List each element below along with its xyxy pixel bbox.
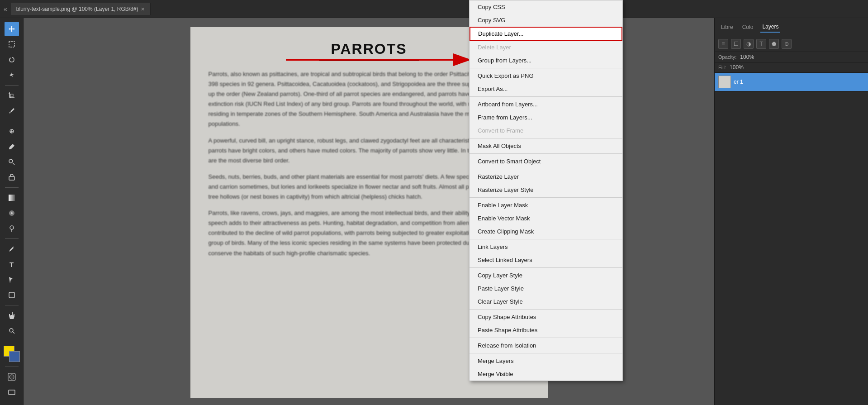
menu-item-rasterize-layer-style[interactable]: Rasterize Layer Style (470, 183, 622, 196)
top-bar: « blurry-text-sample.png @ 100% (Layer 1… (0, 0, 868, 18)
menu-item-export-as[interactable]: Export As... (470, 82, 622, 95)
svg-point-6 (9, 159, 13, 163)
left-toolbar: T (0, 18, 24, 405)
svg-rect-2 (10, 94, 13, 97)
layer-filter-kind-button[interactable]: ≡ (718, 39, 728, 49)
svg-point-10 (10, 226, 14, 229)
menu-item-frame-from-layers[interactable]: Frame from Layers... (470, 111, 622, 124)
menu-item-enable-layer-mask[interactable]: Enable Layer Mask (470, 199, 622, 212)
menu-separator (470, 239, 622, 239)
layer-thumbnail (718, 76, 731, 88)
rectangular-marquee-tool-button[interactable] (5, 37, 19, 52)
main-layout: T PARROTS (0, 18, 868, 405)
panel-tab-libre[interactable]: Libre (719, 22, 735, 32)
layer-filter-smart-button[interactable]: ⊙ (782, 39, 792, 49)
fill-label: Fill: (718, 65, 726, 70)
svg-point-9 (11, 212, 13, 214)
opacity-value[interactable]: 100% (740, 54, 754, 60)
menu-item-group-from-layers[interactable]: Group from Layers... (470, 54, 622, 67)
menu-item-artboard-from-layers[interactable]: Artboard from Layers... (470, 98, 622, 111)
menu-item-enable-vector-mask[interactable]: Enable Vector Mask (470, 212, 622, 225)
svg-rect-0 (9, 42, 14, 47)
layer-filter-type-button[interactable]: T (756, 39, 766, 49)
menu-item-copy-shape-attributes[interactable]: Copy Shape Attributes (470, 310, 622, 324)
ctx-menu-inner: Copy CSSCopy SVGDuplicate Layer...Delete… (470, 0, 622, 381)
screen-mode-button[interactable] (5, 385, 19, 400)
tab-close-button[interactable]: ✕ (141, 6, 145, 12)
crop-tool-button[interactable] (5, 88, 19, 103)
right-panel: Libre Colo Layers ≡ ☐ ◑ T ⬟ ⊙ Opacity: 1… (714, 18, 868, 405)
menu-separator (470, 197, 622, 198)
svg-rect-17 (9, 390, 15, 395)
menu-item-duplicate-layer[interactable]: Duplicate Layer... (470, 27, 622, 41)
eyedropper-tool-button[interactable] (5, 104, 19, 118)
move-tool-button[interactable] (5, 22, 19, 36)
healing-tool-button[interactable] (5, 124, 19, 138)
svg-rect-8 (9, 195, 15, 201)
menu-item-create-clipping-mask[interactable]: Create Clipping Mask (470, 225, 622, 238)
menu-separator (470, 68, 622, 68)
brush-tool-button[interactable] (5, 139, 19, 154)
layer-item[interactable]: er 1 (715, 73, 868, 91)
opacity-label: Opacity: (718, 54, 736, 60)
menu-item-quick-export-png[interactable]: Quick Export as PNG (470, 69, 622, 82)
menu-item-select-linked-layers[interactable]: Select Linked Layers (470, 253, 622, 267)
menu-item-delete-layer: Delete Layer (470, 41, 622, 54)
menu-item-merge-visible[interactable]: Merge Visible (470, 367, 622, 381)
color-swatches (4, 346, 20, 362)
menu-separator (470, 138, 622, 138)
shape-tool-button[interactable] (5, 288, 19, 302)
layers-controls: ≡ ☐ ◑ T ⬟ ⊙ (715, 36, 868, 52)
hand-tool-button[interactable] (5, 308, 19, 323)
pen-tool-button[interactable] (5, 242, 19, 256)
quick-mask-button[interactable] (5, 370, 19, 384)
path-selection-tool-button[interactable] (5, 272, 19, 287)
dodge-tool-button[interactable] (5, 221, 19, 236)
panel-tab-color[interactable]: Colo (740, 22, 755, 32)
menu-separator (470, 169, 622, 169)
menu-item-merge-layers[interactable]: Merge Layers (470, 354, 622, 367)
document-tab[interactable]: blurry-text-sample.png @ 100% (Layer 1, … (11, 3, 151, 15)
fill-row: Fill: 100% (715, 62, 868, 73)
menu-item-release-from-isolation[interactable]: Release from Isolation (470, 339, 622, 352)
menu-separator (470, 309, 622, 310)
background-color-swatch[interactable] (9, 351, 20, 362)
clone-stamp-tool-button[interactable] (5, 155, 19, 169)
menu-item-link-layers[interactable]: Link Layers (470, 240, 622, 253)
eraser-tool-button[interactable] (5, 170, 19, 185)
layer-name: er 1 (734, 79, 743, 85)
menu-item-rasterize-layer[interactable]: Rasterize Layer (470, 170, 622, 183)
menu-item-clear-layer-style[interactable]: Clear Layer Style (470, 295, 622, 308)
svg-rect-12 (9, 292, 14, 298)
tab-title: blurry-text-sample.png @ 100% (Layer 1, … (16, 6, 138, 12)
menu-item-mask-all-objects[interactable]: Mask All Objects (470, 139, 622, 152)
menu-separator (470, 267, 622, 268)
menu-item-convert-to-frame: Convert to Frame (470, 124, 622, 137)
blur-tool-button[interactable] (5, 206, 19, 220)
layer-filter-shape-button[interactable]: ⬟ (769, 39, 779, 49)
context-menu: Copy CSSCopy SVGDuplicate Layer...Delete… (469, 0, 623, 381)
menu-separator (470, 153, 622, 154)
layer-filter-adjustment-button[interactable]: ◑ (744, 39, 754, 49)
back-arrow[interactable]: « (4, 5, 7, 13)
fill-value[interactable]: 100% (730, 64, 744, 71)
zoom-tool-button[interactable] (5, 324, 19, 338)
gradient-tool-button[interactable] (5, 191, 19, 205)
menu-item-paste-shape-attributes[interactable]: Paste Shape Attributes (470, 324, 622, 337)
svg-line-14 (13, 332, 14, 334)
layer-filter-pixel-button[interactable]: ☐ (731, 39, 741, 49)
panel-tab-layers[interactable]: Layers (760, 22, 780, 33)
menu-item-convert-smart-object[interactable]: Convert to Smart Object (470, 155, 622, 168)
menu-item-copy-layer-style[interactable]: Copy Layer Style (470, 269, 622, 282)
menu-separator (470, 96, 622, 97)
menu-item-copy-svg[interactable]: Copy SVG (470, 14, 622, 27)
right-panel-header: Libre Colo Layers (715, 18, 868, 36)
lasso-tool-button[interactable] (5, 52, 19, 67)
menu-item-paste-layer-style[interactable]: Paste Layer Style (470, 282, 622, 295)
svg-point-13 (9, 329, 13, 332)
top-bar-left: « (0, 5, 11, 13)
svg-marker-1 (9, 72, 14, 77)
magic-wand-tool-button[interactable] (5, 68, 19, 82)
menu-item-copy-css[interactable]: Copy CSS (470, 0, 622, 14)
text-tool-button[interactable]: T (5, 257, 19, 272)
